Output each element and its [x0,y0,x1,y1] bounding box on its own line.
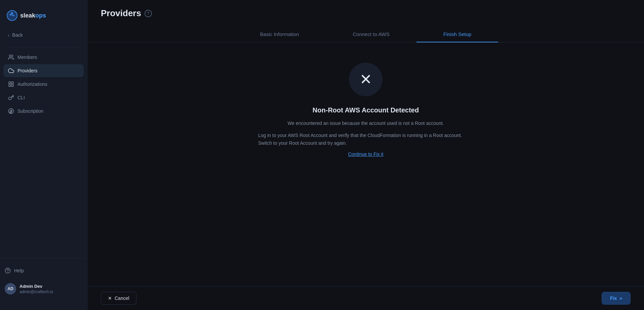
tabs-container: Basic Information Connect to AWS Finish … [87,27,644,42]
sidebar-item-members[interactable]: Members [3,51,84,64]
svg-point-2 [9,55,11,57]
sidebar-item-authorizations[interactable]: Authorizations [3,78,84,91]
continue-fix-link[interactable]: Continue to Fix it [348,151,383,157]
user-info: Admin Dev admin@craftech.io [19,284,53,294]
sidebar: sleakops ‹ Back Members [0,0,87,310]
user-email: admin@craftech.io [19,289,53,294]
sidebar-divider [8,47,79,47]
fix-arrow-icon: » [619,296,622,301]
svg-rect-6 [12,85,13,87]
error-circle-icon: ✕ [349,63,383,96]
user-area: AD Admin Dev admin@craftech.io [5,280,82,298]
back-button[interactable]: ‹ Back [3,29,84,41]
tab-basic-information[interactable]: Basic Information [233,27,326,42]
dollar-icon [8,108,14,114]
user-name: Admin Dev [19,284,53,289]
help-item[interactable]: Help [5,264,82,277]
main-header: Providers ? [87,0,644,19]
sidebar-nav: ‹ Back Members Providers [0,29,87,259]
error-x-icon: ✕ [360,72,372,87]
error-content: ✕ Non-Root AWS Account Detected We encou… [87,42,644,286]
sidebar-item-members-label: Members [17,55,37,60]
avatar: AD [5,283,16,295]
cancel-button[interactable]: ✕ Cancel [101,292,136,305]
help-circle-icon [5,268,11,274]
back-label: Back [12,32,23,38]
fix-label: Fix [610,296,617,301]
cancel-label: Cancel [115,296,129,301]
sidebar-item-subscription-label: Subscription [17,108,43,114]
svg-rect-5 [9,85,10,87]
svg-rect-4 [12,82,13,83]
cloud-icon [8,68,14,74]
logo[interactable]: sleakops [0,7,87,29]
tab-finish-setup[interactable]: Finish Setup [416,27,498,42]
main-content-area: Providers ? Basic Information Connect to… [87,0,644,310]
logo-text: sleakops [20,12,46,19]
error-title: Non-Root AWS Account Detected [313,106,419,114]
page-title: Providers [101,8,141,19]
header-help-icon[interactable]: ? [145,10,152,17]
sidebar-item-providers-label: Providers [17,68,37,73]
back-chevron-icon: ‹ [8,33,9,38]
key-icon [8,95,14,101]
sidebar-item-cli[interactable]: CLI [3,91,84,104]
error-description-2: Log in to your AWS Root Account and veri… [258,132,473,147]
tab-connect-to-aws[interactable]: Connect to AWS [326,27,417,42]
users-icon [8,54,14,60]
cancel-x-icon: ✕ [108,296,112,301]
fix-button[interactable]: Fix » [602,292,631,305]
sidebar-item-subscription[interactable]: Subscription [3,105,84,117]
sidebar-bottom: Help AD Admin Dev admin@craftech.io [0,259,87,303]
svg-rect-3 [9,82,10,83]
help-label: Help [14,268,24,273]
grid-icon [8,81,14,87]
sidebar-item-providers[interactable]: Providers [3,64,84,77]
main-footer: ✕ Cancel Fix » [87,286,644,310]
svg-point-0 [7,10,17,21]
error-description-1: We encountered an issue because the acco… [287,119,444,127]
sidebar-item-cli-label: CLI [17,95,25,100]
sidebar-item-authorizations-label: Authorizations [17,81,47,87]
logo-icon [7,10,17,21]
svg-point-1 [11,12,13,14]
